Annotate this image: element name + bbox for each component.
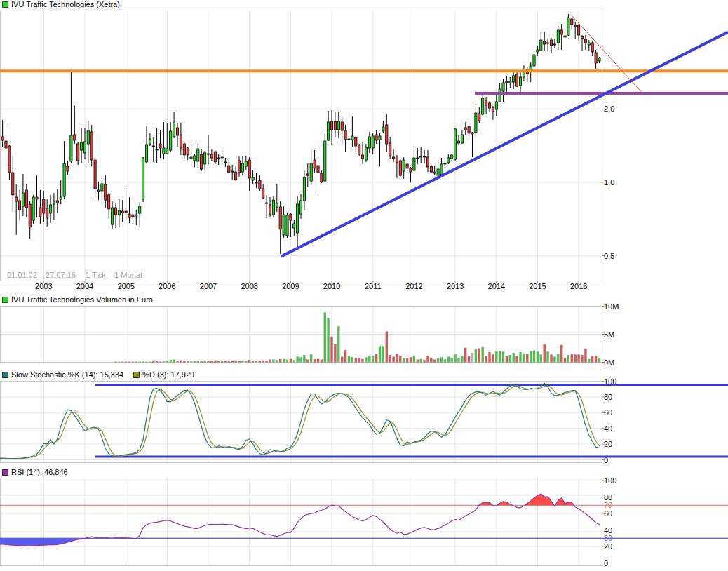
volume-legend-swatch xyxy=(2,297,8,303)
volume-panel-title: IVU Traffic Technologies Volumen in Euro xyxy=(2,295,153,304)
volume-bar-2008-05 xyxy=(262,361,264,363)
rsi-panel-title-text: RSI (14): 46,846 xyxy=(11,468,68,476)
volume-bar-2009-04 xyxy=(299,357,302,362)
candle-2009-06 xyxy=(306,163,309,187)
volume-bar-2015-12 xyxy=(574,354,577,362)
candle-2005-06 xyxy=(142,157,144,202)
volume-bar-2005-07 xyxy=(145,362,147,363)
candle-2009-10 xyxy=(321,170,323,183)
x-axis-year-label: 2006 xyxy=(159,282,175,290)
price-y-tick-label: 0,5 xyxy=(604,252,614,260)
candle-2002-11 xyxy=(36,175,38,217)
candle-2015-02 xyxy=(540,32,542,51)
candle-2012-02 xyxy=(417,148,419,164)
candle-2012-08 xyxy=(437,161,439,177)
price-panel-title-text: IVU Traffic Technologies (Xetra) xyxy=(11,0,120,8)
volume-bar-2009-09 xyxy=(317,359,319,363)
x-axis-year-label: 2015 xyxy=(529,282,546,290)
volume-bar-2008-12 xyxy=(286,360,288,363)
volume-bar-2006-11 xyxy=(201,361,203,363)
candle-2008-01 xyxy=(248,157,250,191)
volume-bar-2014-12 xyxy=(533,351,535,363)
candle-2009-03 xyxy=(297,196,299,250)
volume-bar-2013-02 xyxy=(457,358,459,363)
volume-bar-2010-11 xyxy=(365,357,367,362)
candle-2006-04 xyxy=(176,123,178,147)
stochastic-y-tick-label: 40 xyxy=(604,424,612,433)
candle-2006-10 xyxy=(197,144,199,168)
volume-bar-2016-01 xyxy=(577,354,579,362)
candle-2011-11 xyxy=(406,163,408,173)
volume-bar-2014-05 xyxy=(509,355,511,362)
volume-bar-2014-03 xyxy=(502,351,504,362)
volume-bar-2006-07 xyxy=(187,361,189,363)
volume-bar-2016-02 xyxy=(581,355,583,362)
candle-2005-05 xyxy=(139,202,141,227)
candle-2010-01 xyxy=(330,110,332,145)
volume-bar-2011-02 xyxy=(375,354,377,363)
volume-bar-2015-07 xyxy=(557,354,559,363)
candle-2014-06 xyxy=(513,70,515,89)
candle-2015-04 xyxy=(547,39,549,51)
volume-bar-2008-04 xyxy=(259,361,261,362)
volume-bar-2007-07 xyxy=(228,361,230,362)
volume-bar-2015-09 xyxy=(564,358,566,362)
candle-2014-12 xyxy=(533,53,535,67)
volume-bar-2009-06 xyxy=(306,360,309,363)
volume-y-tick-label: 10M xyxy=(604,302,619,311)
candle-2016-01 xyxy=(578,24,580,41)
candle-2008-03 xyxy=(255,173,257,188)
rsi-y-tick-label: 40 xyxy=(604,526,612,535)
candle-2015-12 xyxy=(574,22,577,39)
candle-2006-09 xyxy=(194,154,196,167)
volume-y-tick-label: 0M xyxy=(604,358,614,367)
volume-bar-2011-08 xyxy=(396,354,398,363)
candle-2009-08 xyxy=(314,150,316,173)
volume-bar-2005-04 xyxy=(135,362,137,363)
volume-bar-2014-11 xyxy=(530,351,532,363)
candle-2016-02 xyxy=(581,35,583,51)
candle-2011-07 xyxy=(393,149,395,162)
volume-bar-2010-01 xyxy=(330,337,332,363)
volume-bar-2005-06 xyxy=(142,361,144,362)
candle-2006-01 xyxy=(166,123,168,154)
volume-bar-2010-07 xyxy=(351,357,353,362)
volume-bar-2015-03 xyxy=(544,344,546,363)
volume-bar-2015-01 xyxy=(537,351,539,362)
candle-2012-10 xyxy=(444,157,446,167)
x-axis-year-label: 2008 xyxy=(241,282,257,290)
volume-bar-2015-11 xyxy=(571,354,573,363)
volume-bar-2006-09 xyxy=(194,361,196,363)
candle-2004-06 xyxy=(101,175,103,203)
volume-bar-2009-05 xyxy=(303,355,305,362)
stochastic-k-label: Slow Stochastic %K (14): 15,334 xyxy=(11,370,123,379)
rsi-overbought-fill xyxy=(525,494,553,505)
stochastic-k-line xyxy=(0,383,600,458)
candle-2008-07 xyxy=(269,197,271,217)
volume-bar-2007-04 xyxy=(217,361,220,363)
volume-bar-2010-08 xyxy=(355,358,357,362)
candle-2005-04 xyxy=(135,210,137,225)
volume-bar-2011-03 xyxy=(379,346,381,362)
candle-2004-02 xyxy=(87,121,89,163)
volume-bar-2014-09 xyxy=(523,354,525,363)
volume-bar-2010-10 xyxy=(361,359,363,363)
x-axis-year-label: 2003 xyxy=(35,282,52,290)
volume-bar-2011-01 xyxy=(372,356,374,363)
rsi-overbought-fill xyxy=(555,498,574,505)
candle-2005-12 xyxy=(163,122,165,159)
rsi-legend-swatch xyxy=(2,469,8,476)
candle-2011-12 xyxy=(410,167,412,182)
candle-2014-04 xyxy=(506,76,508,93)
candle-2010-07 xyxy=(351,116,353,147)
x-axis-year-label: 2016 xyxy=(570,282,587,290)
volume-bar-2016-06 xyxy=(595,356,597,363)
candle-2009-09 xyxy=(317,159,319,192)
volume-bar-2010-03 xyxy=(337,326,339,362)
volume-bar-2010-09 xyxy=(358,358,360,363)
candle-2012-05 xyxy=(426,150,429,172)
volume-bar-2016-07 xyxy=(598,358,600,363)
volume-bar-2014-04 xyxy=(506,356,508,363)
volume-bar-2008-01 xyxy=(248,360,250,363)
volume-bar-2011-12 xyxy=(410,357,412,362)
